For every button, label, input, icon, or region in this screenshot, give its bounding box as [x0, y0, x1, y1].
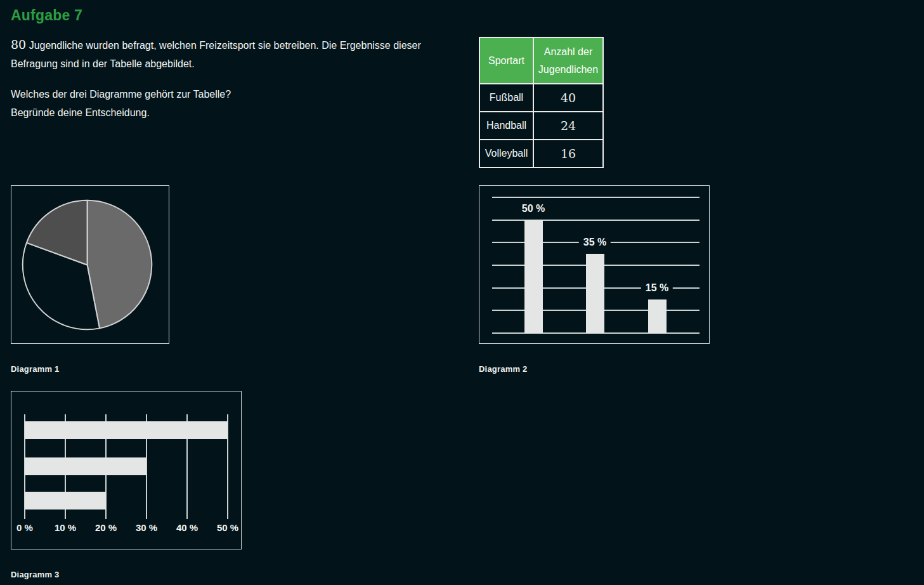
- question-line1: Welches der drei Diagramme gehört zur Ta…: [11, 89, 231, 100]
- pie-chart: [11, 186, 168, 343]
- horizontal-bar: [25, 457, 146, 475]
- table-row: Volleyball 16: [479, 140, 603, 168]
- sport-name: Fußball: [479, 84, 533, 112]
- bar-value-label: 35 %: [579, 236, 611, 249]
- vertical-bar: [524, 220, 543, 333]
- gridline-50: [492, 220, 700, 221]
- x-axis-tick-label: 50 %: [217, 522, 238, 534]
- sport-name: Handball: [479, 112, 533, 140]
- diagram-3-panel: 0 %10 %20 %30 %40 %50 %: [11, 391, 242, 549]
- intro-text: 80 Jugendliche wurden befragt, welchen F…: [11, 36, 421, 73]
- diagram-3-caption: Diagramm 3: [11, 570, 59, 579]
- intro-line2: Befragung sind in der Tabelle abgebildet…: [11, 58, 195, 69]
- sport-count: 24: [533, 112, 603, 140]
- intro-line1: Jugendliche wurden befragt, welchen Frei…: [26, 40, 421, 51]
- sports-table: Sportart Anzahl der Jugendlichen Fußball…: [479, 37, 604, 168]
- column-header-sportart: Sportart: [479, 37, 533, 84]
- diagram-1-panel: [11, 185, 169, 344]
- x-axis-tick-label: 0 %: [16, 522, 33, 534]
- diagram-1-caption: Diagramm 1: [11, 364, 59, 374]
- gridline-60: [492, 197, 700, 198]
- bar-value-label: 15 %: [641, 282, 673, 294]
- x-axis-tick-label: 10 %: [55, 522, 76, 534]
- question-text: Welches der drei Diagramme gehört zur Ta…: [11, 85, 231, 122]
- bar-value-label: 50 %: [517, 202, 549, 215]
- diagram-2-caption: Diagramm 2: [479, 364, 527, 374]
- x-axis-tick-label: 20 %: [95, 522, 117, 534]
- table-row: Fußball 40: [479, 84, 603, 112]
- vertical-bar: [648, 299, 667, 334]
- page-title: Aufgabe 7: [11, 7, 82, 24]
- x-axis-tick-label: 30 %: [136, 522, 157, 534]
- sport-count: 16: [533, 140, 603, 168]
- x-axis-tick-label: 40 %: [176, 522, 198, 534]
- diagram-2-panel: 50 %35 %15 %: [479, 185, 710, 344]
- surveyed-count: 80: [11, 37, 26, 51]
- table-row: Handball 24: [479, 112, 603, 140]
- sport-count: 40: [533, 84, 603, 112]
- sport-name: Volleyball: [479, 140, 533, 168]
- question-line2: Begründe deine Entscheidung.: [11, 107, 150, 118]
- table-header-row: Sportart Anzahl der Jugendlichen: [479, 37, 603, 84]
- column-header-anzahl: Anzahl der Jugendlichen: [533, 37, 603, 84]
- horizontal-bar: [25, 492, 106, 509]
- exercise-page: Aufgabe 7 80 Jugendliche wurden befragt,…: [0, 0, 924, 585]
- pie-large-gray-slice: [88, 200, 152, 329]
- vertical-bar: [586, 254, 604, 333]
- horizontal-bar: [25, 421, 228, 439]
